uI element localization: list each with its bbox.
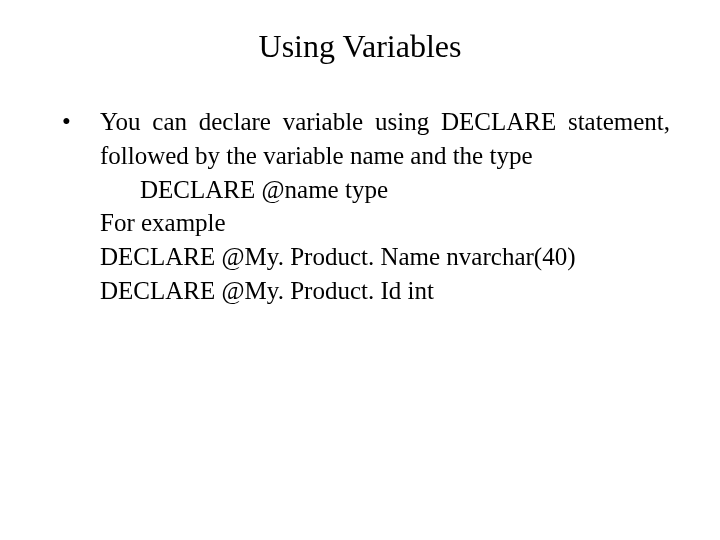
syntax-line: DECLARE @name type (140, 173, 670, 207)
example-line-2: DECLARE @My. Product. Id int (100, 274, 670, 308)
bullet-text: You can declare variable using DECLARE s… (100, 105, 670, 173)
example-label: For example (100, 206, 670, 240)
slide-body: • You can declare variable using DECLARE… (50, 105, 670, 308)
slide-title: Using Variables (50, 28, 670, 65)
example-line-1: DECLARE @My. Product. Name nvarchar(40) (100, 240, 670, 274)
bullet-marker: • (50, 105, 100, 139)
bullet-item: • You can declare variable using DECLARE… (50, 105, 670, 173)
